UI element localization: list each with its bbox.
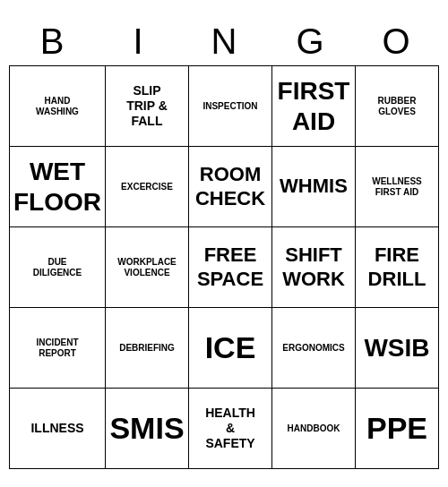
cell-label: ERGONOMICS [282,343,344,354]
bingo-cell: WELLNESS FIRST AID [356,147,439,227]
bingo-cell: WHMIS [272,147,356,227]
bingo-cell: INCIDENT REPORT [10,308,106,389]
cell-label: SLIP TRIP & FALL [126,83,168,128]
cell-label: SHIFT WORK [282,244,345,291]
cell-label: DEBRIEFING [119,343,175,354]
bingo-cell: RUBBER GLOVES [356,66,439,147]
cell-label: FREE SPACE [197,244,263,291]
cell-label: INCIDENT REPORT [36,337,78,359]
bingo-cell: SHIFT WORK [272,227,356,308]
cell-label: WORKPLACE VIOLENCE [117,257,177,278]
bingo-cell: INSPECTION [189,66,272,147]
bingo-cell: SLIP TRIP & FALL [106,66,189,147]
bingo-grid: HAND WASHINGSLIP TRIP & FALLINSPECTIONFI… [9,65,439,469]
bingo-cell: WET FLOOR [10,147,106,227]
header-letter: B [9,18,95,65]
bingo-cell: FIRE DRILL [356,227,439,308]
cell-label: HEALTH & SAFETY [205,406,255,450]
cell-label: WHMIS [280,175,348,198]
header-letter: I [95,18,181,65]
bingo-cell: HAND WASHING [10,66,106,147]
bingo-cell: DEBRIEFING [106,308,189,389]
bingo-cell: ICE [189,308,272,389]
bingo-cell: WORKPLACE VIOLENCE [106,227,189,308]
bingo-cell: HANDBOOK [272,389,356,469]
bingo-cell: ILLNESS [10,389,106,469]
bingo-cell: FIRST AID [272,66,356,147]
cell-label: WET FLOOR [13,157,101,217]
header-letter: G [267,18,353,65]
cell-label: ROOM CHECK [195,163,265,210]
header-letter: O [353,18,439,65]
bingo-cell: PPE [356,389,439,469]
bingo-cell: ERGONOMICS [272,308,356,389]
cell-label: ICE [205,329,256,366]
bingo-cell: HEALTH & SAFETY [189,389,272,469]
bingo-header: BINGO [9,18,439,65]
cell-label: WELLNESS FIRST AID [372,176,422,198]
cell-label: ILLNESS [30,421,83,436]
bingo-cell: ROOM CHECK [189,147,272,227]
cell-label: FIRE DRILL [368,244,426,291]
cell-label: HANDBOOK [288,423,340,434]
cell-label: INSPECTION [202,101,257,112]
cell-label: EXCERCISE [121,182,173,192]
bingo-card: BINGO HAND WASHINGSLIP TRIP & FALLINSPEC… [9,18,439,469]
cell-label: FIRST AID [278,76,350,136]
bingo-cell: DUE DILIGENCE [10,227,106,308]
cell-label: WSIB [364,333,429,363]
bingo-cell: FREE SPACE [189,227,272,308]
cell-label: HAND WASHING [36,96,79,117]
bingo-cell: EXCERCISE [106,147,189,227]
bingo-cell: SMIS [106,389,189,469]
cell-label: SMIS [109,410,184,447]
cell-label: PPE [366,410,427,447]
bingo-cell: WSIB [356,308,439,389]
cell-label: RUBBER GLOVES [378,96,417,117]
header-letter: N [181,18,267,65]
cell-label: DUE DILIGENCE [33,257,82,278]
